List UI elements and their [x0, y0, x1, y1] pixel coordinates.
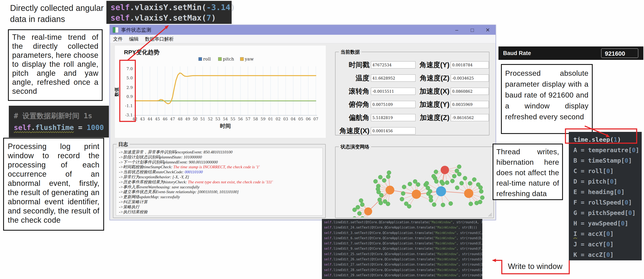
svg-text:0.9: 0.9	[126, 94, 133, 99]
field-value-input[interactable]	[371, 101, 416, 108]
svg-text:57: 57	[246, 117, 250, 121]
menu-item-0[interactable]: 文件	[110, 36, 126, 42]
field-label: 加速度(Y)	[420, 100, 450, 108]
code-line: self.lineEdit_24.setText(QtCore.QCoreApp…	[324, 225, 480, 230]
data-field-row: 加速度(Y)	[418, 100, 490, 108]
log-label: 日志	[117, 141, 130, 148]
app-window: 事件状态监测 –□✕ 文件编辑数据串口解析 RPY变化趋势 4243444546…	[110, 25, 496, 220]
state-network-graph[interactable]	[337, 149, 492, 217]
current-data-group: 当前数据 时间戳温度滚转角俯仰角偏航角角速度(X) 角速度(Y)角速度(Z)加速…	[335, 52, 490, 135]
field-value-input[interactable]	[371, 74, 416, 82]
menu-item-1[interactable]: 编辑	[126, 36, 142, 42]
code-line: self.lineEdit_6.setText(QtCore.QCoreAppl…	[324, 236, 480, 241]
close-button[interactable]: ✕	[480, 27, 496, 33]
field-label: 时间戳	[349, 61, 370, 69]
code-line: A = temperautre[0]	[574, 145, 642, 155]
data-field-row: 加速度(Z)	[418, 114, 490, 122]
field-value-input[interactable]	[451, 88, 489, 95]
minimize-button[interactable]: –	[449, 27, 464, 33]
chart-title: RPY变化趋势	[124, 48, 160, 56]
code-line: B = timeStamp[0]	[574, 155, 642, 166]
note-processed-display: Processed absolute parameter display wit…	[501, 64, 593, 134]
svg-text:02: 02	[276, 117, 281, 121]
window-titlebar[interactable]: 事件状态监测 –□✕	[110, 25, 496, 35]
log-line: ->建立事件状态关系Event-State relationship: [000…	[119, 189, 320, 194]
variables-code: time.sleep(1)A = temperautre[0]B = timeS…	[569, 132, 642, 260]
code-line: # 设置数据刷新时间 1s	[14, 110, 104, 122]
svg-text:51: 51	[200, 117, 205, 121]
svg-text:55: 55	[230, 117, 236, 121]
app-icon	[113, 27, 118, 33]
field-value-input[interactable]	[371, 61, 416, 68]
svg-text:43: 43	[140, 117, 145, 121]
code-line: self.lineEdit_9.setText(QtCore.QCoreAppl…	[324, 246, 480, 251]
log-line: ->纠正策略计算	[119, 200, 320, 205]
screenshot-canvas: Directly collected angular data in radia…	[0, 0, 644, 279]
code-line: self.lineEdit_28.setText(QtCore.QCoreApp…	[324, 268, 480, 273]
field-label: 滚转角	[349, 87, 370, 95]
svg-text:数值: 数值	[115, 87, 119, 97]
field-label: 温度	[356, 74, 370, 82]
code-line: self.lineEdit_27.setText(QtCore.QCoreApp…	[324, 262, 480, 267]
data-field-row: 滚转角	[338, 87, 418, 95]
current-data-right-column: 角速度(Y)角速度(Z)加速度(X)加速度(Y)加速度(Z)	[418, 52, 490, 135]
window-title: 事件状态监测	[121, 26, 151, 33]
log-line: ->异常行为exceptionBehavior: [-X, -Y, Z]	[119, 175, 320, 180]
svg-text:52: 52	[208, 117, 213, 121]
maximize-button[interactable]: □	[464, 27, 480, 33]
code-line: self.lineEdit_25.setText(QtCore.QCoreApp…	[324, 252, 480, 257]
code-line: self.lineEdit.setText(QtCore.QCoreApplic…	[324, 220, 480, 225]
field-label: 加速度(Z)	[420, 114, 450, 122]
log-line: ->阶段计划状态识别码plannedState: 101000000	[119, 155, 320, 160]
field-value-input[interactable]	[371, 88, 416, 95]
log-line: ->事件入库eventWarehousing: save successfull…	[119, 185, 320, 190]
code-line: C = roll[0]	[574, 166, 642, 176]
code-line: I = accX[0]	[574, 229, 642, 239]
svg-text:2.9: 2.9	[126, 85, 133, 90]
svg-text:-1.1: -1.1	[125, 103, 133, 108]
field-value-input[interactable]	[451, 61, 489, 68]
data-field-row: 角速度(Z)	[418, 74, 490, 82]
baud-rate-value[interactable]: 921600	[601, 48, 638, 58]
svg-text:01: 01	[268, 117, 273, 121]
code-line: E = heading[0]	[574, 187, 642, 197]
flush-time-code: # 设置数据刷新时间 1sself.flushTime = 1000	[9, 106, 109, 138]
log-text-area[interactable]: ->加速度异常，异常事件识别码exceptionEvent: 850.48101…	[116, 148, 323, 216]
note-realtime-trend: The real-time trend of the directly coll…	[8, 29, 102, 101]
log-line: ->下一个计划事件识别码plannedEvent: 900.0011100000…	[119, 160, 320, 165]
field-label: 角速度(Z)	[420, 74, 450, 82]
field-value-input[interactable]	[451, 114, 489, 121]
menu-item-2[interactable]: 数据串口解析	[142, 36, 177, 42]
svg-text:05: 05	[298, 117, 303, 121]
axis-range-code: self.vlaxisY.setMin(-3.14)self.vlaxisY.s…	[106, 1, 232, 24]
baud-rate-bar: Baud Rate 921600	[498, 46, 643, 60]
code-line: J = accY[0]	[574, 239, 642, 250]
svg-text:47: 47	[170, 117, 175, 121]
data-field-row: 加速度(X)	[418, 87, 490, 95]
field-label: 角速度(X)	[340, 127, 370, 135]
menu-bar: 文件编辑数据串口解析	[110, 35, 496, 43]
log-line: ->更新网络updateMap: successfully	[119, 194, 320, 200]
code-line: D = pitch[0]	[574, 176, 642, 187]
field-label: 偏航角	[349, 114, 370, 122]
code-line: time.sleep(1)	[574, 134, 642, 145]
note-angular-data: Directly collected angular data in radia…	[10, 2, 113, 25]
svg-text:04: 04	[291, 117, 296, 121]
log-line: ->时间戳校验timeStampCheck: The time stamp is…	[119, 165, 320, 170]
field-value-input[interactable]	[371, 127, 416, 134]
data-field-row: 角速度(X)	[338, 127, 418, 135]
code-line: self.lineEdit_3.setText(QtCore.QCoreAppl…	[324, 231, 480, 236]
field-value-input[interactable]	[451, 101, 489, 108]
field-value-input[interactable]	[451, 74, 489, 82]
field-value-input[interactable]	[371, 114, 416, 121]
svg-text:42: 42	[132, 117, 138, 121]
svg-text:时间: 时间	[220, 123, 231, 129]
svg-text:-3.1: -3.1	[125, 113, 133, 117]
window-controls: –□✕	[449, 25, 496, 35]
lineedit-code-panel: self.lineEdit.setText(QtCore.QCoreApplic…	[322, 219, 482, 279]
code-line: G = pitchSpeed[0]	[574, 208, 642, 218]
write-to-window-arrowhead	[492, 259, 496, 262]
data-field-row: 偏航角	[338, 114, 418, 122]
svg-text:53: 53	[215, 117, 220, 121]
svg-text:44: 44	[148, 117, 152, 121]
